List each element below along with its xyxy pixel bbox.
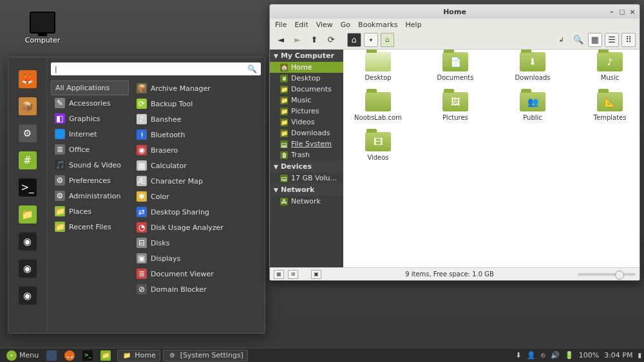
menu-file[interactable]: File [275, 21, 287, 29]
menu-button[interactable]: ⋆ Menu [3, 350, 43, 361]
app-item[interactable]: ÆCharacter Map [133, 173, 261, 189]
app-item[interactable]: ✱Color [133, 189, 261, 204]
file-pane[interactable]: Desktop📄Documents⬇Downloads♪MusicNoobsLa… [343, 50, 639, 267]
path-drop-button[interactable]: ▾ [364, 33, 378, 47]
category-item[interactable]: 🌐Internet [51, 126, 129, 142]
tray-overflow-icon[interactable]: ▮ [638, 352, 641, 359]
window-maximize-button[interactable]: ◻ [619, 8, 625, 16]
toggle-path-entry-button[interactable]: ↲ [554, 33, 569, 47]
category-item[interactable]: ⚙Preferences [51, 173, 129, 188]
app-item[interactable]: ≣Document Viewer [133, 266, 261, 281]
launcher-terminal[interactable]: >_ [79, 350, 97, 361]
app-item[interactable]: ⊘Domain Blocker [133, 281, 261, 297]
sidebar-item[interactable]: 📁Downloads [270, 128, 343, 138]
file-item[interactable]: 📄Documents [430, 52, 481, 92]
app-item[interactable]: ⇄Desktop Sharing [133, 204, 261, 220]
zoom-slider[interactable] [578, 273, 636, 276]
category-item[interactable]: 🎵Sound & Video [51, 157, 129, 173]
category-item[interactable]: ✎Accessories [51, 95, 129, 111]
category-item[interactable]: ≣Office [51, 142, 129, 157]
app-item[interactable]: ♪Banshee [133, 111, 261, 127]
tray-clock[interactable]: 3:04 PM [604, 351, 632, 359]
sidebar-item[interactable]: 🖴File System [270, 138, 343, 149]
nav-up-button[interactable]: ⬆ [307, 33, 321, 47]
tray-network-icon[interactable]: ⎋ [541, 351, 545, 359]
app-item[interactable]: ⟳Backup Tool [133, 96, 261, 111]
tray-updates-icon[interactable]: ⬇ [515, 351, 521, 359]
sidebar-item[interactable]: 🗑Trash [270, 149, 343, 160]
favorite-firefox[interactable]: 🦊 [19, 70, 37, 88]
tray-volume-icon[interactable]: 🔊 [551, 351, 560, 359]
favorite-media1[interactable]: ◉ [19, 233, 37, 251]
favorite-files[interactable]: 📁 [19, 205, 37, 224]
category-item[interactable]: 📁Places [51, 204, 129, 219]
file-item[interactable]: 📐Templates [584, 92, 636, 132]
search-input[interactable] [57, 65, 247, 73]
sidebar-section-header[interactable]: ▼Network [270, 184, 343, 196]
path-home-button[interactable]: ⌂ [347, 33, 361, 47]
nav-back-button[interactable]: ◄ [274, 33, 288, 47]
sidebar-item[interactable]: 📁Pictures [270, 106, 343, 117]
file-item[interactable]: 🎞Videos [352, 132, 404, 172]
menu-edit[interactable]: Edit [294, 21, 308, 29]
window-minimize-button[interactable]: – [609, 8, 615, 16]
menu-search[interactable]: | 🔍 [51, 62, 261, 75]
sidebar-item[interactable]: 🏠Home [270, 62, 343, 73]
view-list-button[interactable]: ☰ [605, 33, 619, 47]
menu-bookmarks[interactable]: Bookmarks [358, 21, 397, 29]
favorite-updates[interactable]: # [19, 151, 37, 169]
sidebar-item[interactable]: 📁Videos [270, 117, 343, 128]
category-item[interactable]: 📁Recent Files [51, 219, 129, 234]
favorite-media2[interactable]: ◉ [19, 260, 37, 278]
sidebar-section-header[interactable]: ▼My Computer [270, 50, 343, 62]
sidebar-item[interactable]: 🖥Desktop [270, 73, 343, 84]
file-item[interactable]: ⬇Downloads [507, 52, 558, 92]
tray-battery-icon[interactable]: 🔋 [565, 351, 574, 359]
sidebar-item[interactable]: 📁Documents [270, 84, 343, 95]
category-all-applications[interactable]: All Applications [51, 81, 129, 95]
window-close-button[interactable]: × [629, 8, 636, 16]
nav-reload-button[interactable]: ⟳ [324, 33, 338, 47]
task-button[interactable]: 📁Home [117, 350, 160, 361]
menu-view[interactable]: View [316, 21, 333, 29]
category-item[interactable]: ◧Graphics [51, 111, 129, 126]
status-btn-3[interactable]: ▣ [311, 270, 321, 279]
nav-forward-button[interactable]: ► [290, 33, 305, 47]
app-item[interactable]: 📦Archive Manager [133, 81, 261, 96]
sidebar-item[interactable]: 🖧Network [270, 196, 343, 207]
path-current-button[interactable]: ⌂ [381, 33, 394, 47]
file-item[interactable]: NoobsLab.com [352, 92, 404, 132]
launcher-firefox[interactable]: 🦊 [61, 350, 79, 361]
favorite-media3[interactable]: ◉ [19, 287, 37, 305]
app-item[interactable]: ▣Displays [133, 251, 261, 266]
status-btn-2[interactable]: ⊞ [288, 270, 298, 279]
show-desktop-button[interactable] [43, 350, 61, 361]
status-btn-1[interactable]: ▦ [274, 270, 284, 279]
file-item[interactable]: 🖼Pictures [430, 92, 481, 132]
window-titlebar[interactable]: Home – ◻ × [270, 5, 639, 19]
task-button[interactable]: ⚙[System Settings] [163, 350, 248, 361]
app-item[interactable]: ◉Brasero [133, 142, 261, 158]
view-icons-button[interactable]: ▦ [588, 33, 602, 47]
launcher-files[interactable]: 📁 [97, 350, 115, 361]
favorite-terminal[interactable]: >_ [19, 178, 37, 196]
file-item[interactable]: Desktop [352, 52, 404, 92]
file-item[interactable]: ♪Music [584, 52, 636, 92]
view-compact-button[interactable]: ⠿ [621, 33, 636, 47]
menu-help[interactable]: Help [406, 21, 422, 29]
favorite-software[interactable]: 📦 [19, 97, 37, 115]
app-item[interactable]: ᚼBluetooth [133, 127, 261, 142]
file-item[interactable]: 👥Public [507, 92, 558, 132]
app-item[interactable]: ◔Disk Usage Analyzer [133, 220, 261, 235]
app-item[interactable]: ▦Calculator [133, 158, 261, 173]
sidebar-section-header[interactable]: ▼Devices [270, 160, 343, 173]
desktop-icon-computer[interactable]: Computer [17, 12, 68, 44]
app-item[interactable]: ⊟Disks [133, 235, 261, 251]
favorite-settings[interactable]: ⚙ [19, 124, 37, 142]
category-item[interactable]: ⚙Administration [51, 188, 129, 204]
search-button[interactable]: 🔍 [571, 33, 585, 47]
tray-user-icon[interactable]: 👤 [527, 351, 536, 359]
sidebar-item[interactable]: 📁Music [270, 95, 343, 106]
sidebar-item[interactable]: 🖴17 GB Volu... [270, 173, 343, 184]
menu-go[interactable]: Go [341, 21, 350, 29]
